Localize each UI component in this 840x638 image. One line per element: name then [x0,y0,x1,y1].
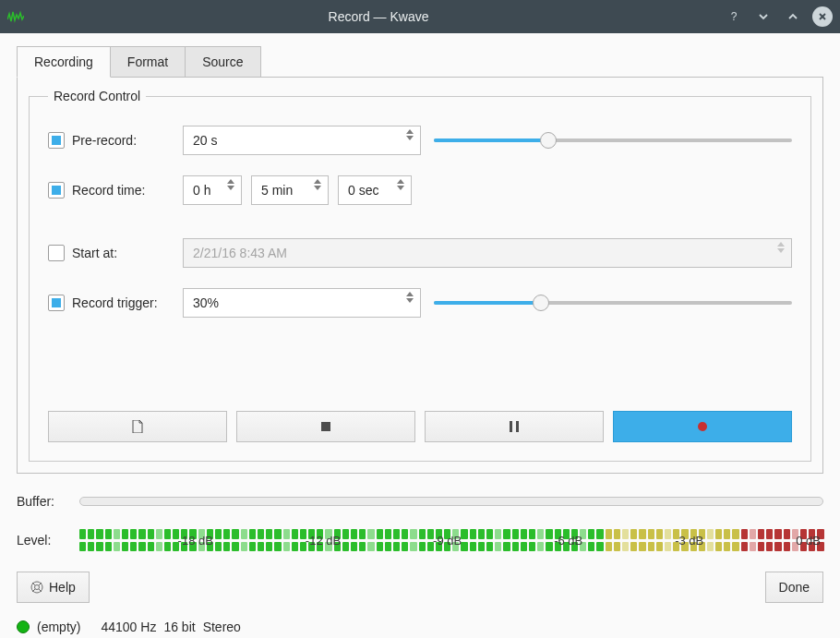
prerecord-slider[interactable] [434,131,792,150]
stop-icon [321,422,330,431]
pause-icon [510,421,519,432]
recordtime-seconds-spin[interactable]: 0 sec [338,175,412,205]
document-icon [132,420,143,433]
startat-value: 2/21/16 8:43 AM [193,246,287,260]
record-control-group: Record Control Pre-record: 20 s [29,89,811,462]
close-icon[interactable] [812,6,833,27]
svg-point-8 [35,585,40,590]
help-button[interactable]: Help [17,572,90,603]
startat-field: 2/21/16 8:43 AM [183,238,792,268]
window-title: Record — Kwave [33,9,724,24]
prerecord-label: Pre-record: [72,133,137,148]
tab-source[interactable]: Source [186,46,260,78]
status-state: (empty) [37,620,80,634]
prerecord-checkbox[interactable] [48,132,65,149]
app-icon [7,8,24,25]
status-channels: Stereo [203,620,241,634]
done-button[interactable]: Done [765,572,823,603]
record-button[interactable] [613,411,792,442]
recordtime-minutes-spin[interactable]: 5 min [251,175,329,205]
tab-recording[interactable]: Recording [17,46,111,78]
recordtime-checkbox[interactable] [48,182,65,199]
svg-rect-5 [516,421,519,432]
svg-text:?: ? [731,10,738,23]
record-icon [697,421,708,432]
status-indicator-icon [17,620,30,633]
help-button-label: Help [49,580,76,595]
stop-button[interactable] [236,411,415,442]
trigger-checkbox[interactable] [48,295,65,311]
tab-source-label: Source [202,54,243,69]
tab-format[interactable]: Format [111,46,186,78]
trigger-slider[interactable] [434,294,792,312]
pause-button[interactable] [425,411,604,442]
status-depth: 16 bit [163,620,195,634]
svg-rect-4 [510,421,512,432]
caret-up-icon[interactable] [783,6,803,27]
done-button-label: Done [779,580,810,595]
statusbar: (empty) 44100 Hz 16 bit Stereo [17,603,823,634]
buffer-meter [79,497,823,506]
trigger-spin[interactable]: 30% [183,288,421,318]
caret-down-icon[interactable] [753,6,774,27]
status-rate: 44100 Hz [101,620,156,634]
tab-bar: Recording Format Source [17,46,823,77]
level-label: Level: [17,533,66,548]
prerecord-value: 20 s [193,133,217,148]
recordtime-hours-value: 0 h [193,183,210,198]
buffer-label: Buffer: [17,494,66,509]
tab-format-label: Format [127,54,168,69]
startat-checkbox[interactable] [48,245,65,261]
trigger-value: 30% [193,295,219,310]
svg-rect-3 [321,422,330,431]
record-control-legend: Record Control [48,89,146,103]
lifebuoy-icon [30,581,43,594]
help-icon[interactable]: ? [724,6,744,27]
svg-point-6 [698,422,707,431]
titlebar: Record — Kwave ? [0,0,840,33]
startat-label: Start at: [72,246,117,260]
recordtime-minutes-value: 5 min [261,183,293,198]
tab-panel: Record Control Pre-record: 20 s [17,77,823,474]
new-button[interactable] [48,411,227,442]
recordtime-hours-spin[interactable]: 0 h [183,175,242,205]
trigger-label: Record trigger: [72,295,158,310]
recordtime-label: Record time: [72,183,145,198]
recordtime-seconds-value: 0 sec [348,183,378,198]
tab-recording-label: Recording [34,54,93,69]
prerecord-spin[interactable]: 20 s [183,126,421,155]
level-meter: . -18 dB -12 dB -9 dB -6 dB -3 dB 0 dB [79,529,823,551]
